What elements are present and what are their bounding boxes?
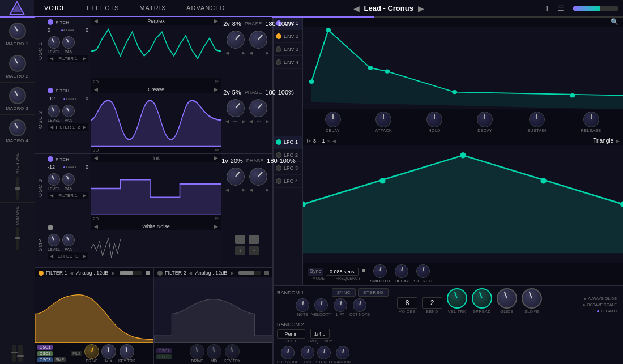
osc1-pan-knob[interactable]	[62, 36, 75, 49]
pitch-wheel-slider[interactable]	[16, 177, 19, 200]
osc3-filter-prev[interactable]: ◀	[50, 193, 53, 198]
osc2-edit-icon[interactable]: ✏	[215, 147, 219, 153]
smp-pan-knob[interactable]	[62, 234, 75, 246]
env-release-knob[interactable]	[583, 112, 599, 127]
lfo4-item[interactable]: LFO 4	[274, 175, 302, 188]
random1-octnote-knob[interactable]	[353, 298, 366, 312]
osc3-phase-knob[interactable]	[249, 168, 267, 186]
smp-icon-1[interactable]	[235, 235, 245, 244]
prev-preset-button[interactable]: ◀	[353, 4, 360, 13]
osc3-edit-icon[interactable]: ✏	[215, 216, 219, 221]
osc3-filter-next[interactable]: ▶	[83, 193, 86, 198]
filter2-drive-knob[interactable]	[190, 344, 204, 359]
osc2-wave-prev[interactable]: ◀	[94, 87, 98, 92]
env-delay-knob[interactable]	[325, 112, 341, 127]
osc3-wave-prev[interactable]: ◀	[94, 155, 98, 161]
filter1-slider[interactable]	[120, 271, 142, 275]
lfo-smooth-knob[interactable]	[373, 264, 387, 278]
env4-item[interactable]: ENV 4	[274, 56, 302, 69]
spread-knob[interactable]	[472, 288, 492, 309]
voices-val[interactable]: 8	[397, 297, 417, 309]
filter2-next[interactable]: ▶	[231, 271, 234, 276]
osc2-filter-next[interactable]: ▶	[83, 125, 86, 130]
macro-2-knob[interactable]	[9, 55, 26, 72]
lfo-next-shape[interactable]: ▶	[616, 138, 620, 144]
osc2-phase-knob[interactable]	[249, 99, 267, 117]
tab-voice[interactable]: VOICE	[34, 0, 76, 17]
random2-random-knob[interactable]	[336, 346, 349, 359]
lfo1-item[interactable]: LFO 1	[274, 136, 302, 149]
slider-1[interactable]	[12, 345, 16, 362]
macro-3-knob[interactable]	[9, 87, 26, 104]
env-sustain-knob[interactable]	[529, 112, 545, 127]
env-hold-knob[interactable]	[426, 112, 442, 127]
filter1-keytrk-knob[interactable]	[120, 344, 134, 359]
osc2-p-prev[interactable]: ◀	[249, 119, 253, 124]
macro-1-knob[interactable]	[9, 23, 26, 40]
tab-advanced[interactable]: ADVANCED	[176, 0, 235, 17]
smp-power-button[interactable]	[48, 225, 53, 230]
random1-stereo-button[interactable]: STEREO	[358, 288, 389, 297]
lfo-trigger-icon[interactable]: ⊳	[306, 138, 311, 144]
bend-val[interactable]: 2	[422, 297, 442, 309]
env3-item[interactable]: ENV 3	[274, 43, 302, 56]
osc1-wave-prev[interactable]: ◀	[94, 18, 98, 24]
filter2-osc1-tag[interactable]: OSC1	[156, 348, 172, 353]
env-search-icon[interactable]: 🔍	[611, 18, 618, 25]
osc3-power-button[interactable]	[48, 156, 53, 162]
osc2-wave-next[interactable]: ▶	[214, 87, 218, 92]
smp-wave-next[interactable]: ▶	[214, 224, 218, 229]
osc3-unison-knob[interactable]	[227, 168, 245, 186]
filter1-corner[interactable]	[146, 271, 150, 275]
random2-style-box[interactable]: Perlin	[277, 329, 305, 339]
lfo-stereo-knob[interactable]	[416, 264, 430, 278]
osc2-p-next[interactable]: ▶	[266, 119, 269, 124]
lfo-freq-toggle[interactable]: ⏺	[361, 268, 366, 276]
lfo-freq-val[interactable]: 0.088 secs	[326, 268, 359, 276]
filter1-drive-knob[interactable]	[84, 344, 99, 359]
legato-option[interactable]: LEGATO	[595, 309, 618, 314]
env-decay-knob[interactable]	[477, 112, 493, 127]
filter1-next[interactable]: ▶	[112, 271, 115, 276]
lfo-sync-icon[interactable]: ~	[327, 138, 330, 144]
osc1-u-prev[interactable]: ◀	[225, 50, 229, 55]
tab-effects[interactable]: EFFECTS	[76, 0, 129, 17]
slope-knob[interactable]	[522, 288, 542, 309]
smp-wave-prev[interactable]: ◀	[94, 224, 98, 229]
osc1-u-next[interactable]: ▶	[242, 50, 245, 55]
smp-level-knob[interactable]	[48, 234, 60, 246]
random1-sync-button[interactable]: SYNC	[332, 288, 356, 297]
random2-pressure-knob[interactable]	[281, 346, 295, 359]
filter2-slider[interactable]	[238, 271, 261, 275]
lfo-prev-shape[interactable]: ◀	[332, 138, 336, 144]
always-glide-option[interactable]: ALWAYS GLIDE	[582, 296, 618, 301]
osc2-u-next[interactable]: ▶	[242, 119, 245, 124]
random1-note-knob[interactable]	[296, 298, 309, 312]
env2-item[interactable]: ENV 2	[274, 30, 302, 43]
osc2-pan-knob[interactable]	[62, 105, 75, 117]
osc2-power-button[interactable]	[48, 88, 53, 93]
osc2-unison-knob[interactable]	[227, 99, 245, 117]
osc1-power-button[interactable]	[48, 19, 53, 25]
osc1-phase-knob[interactable]	[249, 31, 267, 49]
osc2-level-knob[interactable]	[48, 105, 60, 117]
filter2-prev[interactable]: ◀	[189, 271, 192, 276]
filter2-osc2-tag[interactable]: OSC2	[156, 354, 172, 359]
smp-eff-prev[interactable]: ◀	[50, 254, 53, 259]
smp-icon-3[interactable]: ↕	[235, 246, 245, 255]
filter1-power-button[interactable]	[39, 271, 44, 276]
lfo-delay-knob[interactable]	[395, 264, 408, 278]
tab-matrix[interactable]: MATRIX	[129, 0, 176, 17]
slider-2[interactable]	[18, 345, 23, 362]
filter2-mix-knob[interactable]	[207, 344, 221, 359]
filter1-mix-knob[interactable]	[101, 344, 116, 359]
random2-freq-box[interactable]: 1/4 ♩	[310, 329, 330, 339]
smp-icon-4[interactable]: ↔	[249, 246, 259, 255]
smp-eff-next[interactable]: ▶	[83, 254, 86, 259]
mod-wheel-slider[interactable]	[16, 227, 19, 250]
lfo-sync-val[interactable]: Sync	[308, 268, 323, 276]
filter1-smp-tag[interactable]: SMP	[54, 357, 66, 362]
random1-lift-knob[interactable]	[334, 298, 347, 312]
osc2-filter-prev[interactable]: ◀	[50, 125, 53, 130]
glide-knob[interactable]	[497, 288, 517, 309]
